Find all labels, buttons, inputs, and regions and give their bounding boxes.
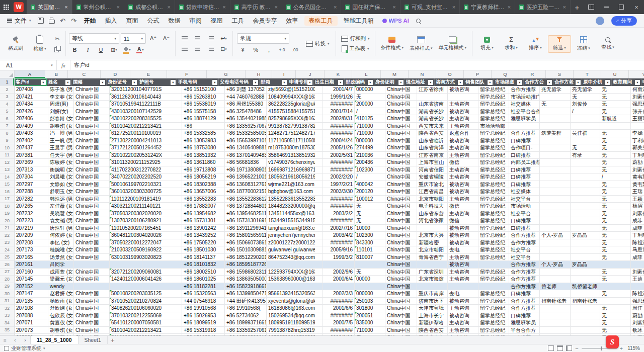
cell[interactable]: 主动咨询 (448, 319, 478, 327)
cell[interactable]: China中国 (74, 239, 110, 247)
cell[interactable] (571, 334, 600, 335)
file-tab[interactable]: 医护五险一金.xlsx× (515, 0, 571, 14)
cell[interactable]: China中国 (74, 188, 110, 196)
cell[interactable]: 胡春琪 (女 (48, 123, 74, 130)
header-cell-S[interactable]: 原中介机▾ (582, 78, 612, 86)
cell[interactable]: 207108 (15, 305, 48, 312)
cell[interactable] (540, 246, 571, 254)
cell[interactable]: +86 18099519 (182, 319, 225, 327)
column-header-C[interactable]: C (68, 70, 101, 78)
cell[interactable]: 370503200302020020 (110, 210, 142, 218)
close-tab-icon[interactable]: × (64, 4, 67, 10)
underline-button[interactable]: U (95, 45, 107, 54)
cell[interactable]: 电子科技大 (417, 203, 448, 210)
cell[interactable]: +86 15801565911 (225, 232, 267, 239)
cell[interactable]: +86 13657006 (182, 188, 225, 196)
cell[interactable]: China中国 (385, 159, 417, 166)
cell[interactable]: 刘素佳 (631, 269, 644, 276)
cell[interactable]: 雅思班学员 (509, 319, 540, 327)
cell[interactable]: 成雨萱 (女 (48, 269, 74, 276)
cell[interactable]: 口碑推荐 (509, 152, 540, 159)
close-tab-icon[interactable]: × (117, 4, 120, 10)
cell[interactable] (142, 283, 182, 291)
cell[interactable]: 成菲 (631, 225, 644, 232)
cell[interactable]: 北京市朝阳 (417, 246, 448, 254)
close-button[interactable]: × (629, 0, 644, 14)
cell[interactable]: 社交平台 (509, 210, 540, 218)
cell[interactable]: China中国 (385, 196, 417, 203)
cell[interactable]: 无 (600, 254, 631, 261)
filter-dropdown-button[interactable]: ▾ (517, 80, 522, 85)
cell[interactable]: 何依婷 (女 (48, 232, 74, 239)
cell[interactable]: China中国 (74, 166, 110, 174)
cell[interactable]: 口碑推荐 (509, 290, 540, 298)
maximize-button[interactable] (614, 0, 629, 14)
cell[interactable]: / (571, 108, 600, 116)
filter-dropdown-button[interactable]: ▾ (547, 80, 552, 85)
cell[interactable]: 返点合作 (448, 130, 478, 137)
cell[interactable] (323, 283, 355, 291)
cell[interactable]: wendy (48, 283, 74, 291)
cell[interactable]: 430321200211140121 (110, 203, 142, 210)
cell[interactable]: ######## (323, 203, 355, 210)
cell[interactable]: 社交媒体 (509, 101, 540, 108)
cell[interactable] (600, 298, 631, 305)
cell[interactable] (600, 283, 631, 291)
add-sheet-button[interactable]: + (108, 336, 118, 344)
cell[interactable]: 主动咨询 (448, 173, 478, 181)
cell[interactable]: +86 15332585 (182, 130, 225, 137)
cell[interactable]: 任天宇 (男 (48, 152, 74, 159)
cell[interactable]: ######## (323, 166, 355, 174)
cell[interactable] (478, 261, 509, 269)
cell[interactable]: 18448233200000@qq( (267, 203, 296, 210)
cell[interactable]: 主动咨询 (448, 327, 478, 334)
cell[interactable]: China中国 (385, 137, 417, 145)
header-cell-C[interactable]: 国籍▾ (72, 78, 107, 86)
cell[interactable]: 无 (600, 101, 631, 108)
cell[interactable]: 合作方推荐 (509, 86, 540, 94)
cell[interactable]: +86 13901242 (182, 225, 225, 232)
cell[interactable]: 320721200209060081 (110, 269, 142, 276)
header-cell-J[interactable]: 出生日期▾ (314, 78, 345, 86)
zoom-level[interactable]: 115% (626, 345, 640, 351)
cell[interactable]: 江苏省徐州 (417, 86, 448, 94)
file-tab[interactable]: 常州公积金 .xlsx× (72, 0, 124, 14)
cell[interactable]: 留学总经纪 (478, 173, 509, 181)
merge-center-button[interactable]: ⊟▾ (218, 45, 229, 54)
cell[interactable]: 留学总经纪 (478, 203, 509, 210)
cell[interactable]: 留学总经纪 (478, 305, 509, 312)
zoom-in-button[interactable]: + (620, 345, 623, 351)
align-middle-button[interactable] (192, 34, 203, 43)
filter-dropdown-button[interactable]: ▾ (41, 80, 46, 85)
cell[interactable]: 被动咨询 (448, 188, 478, 196)
cell[interactable]: 主动咨询 (448, 144, 478, 152)
cell[interactable] (540, 152, 571, 159)
cell[interactable]: 强思琪 (631, 101, 644, 108)
close-tab-icon[interactable]: × (334, 4, 337, 10)
cell[interactable] (571, 203, 600, 210)
cell[interactable]: 207152 (15, 283, 48, 291)
cell[interactable]: 无 (600, 108, 631, 116)
row-header-27[interactable]: 27 (0, 269, 15, 276)
cell[interactable]: 留学总经纪 (478, 276, 509, 283)
header-cell-F[interactable]: 手机号码▾ (177, 78, 219, 86)
cell[interactable]: 黄韦慧 (631, 173, 644, 181)
cell[interactable] (74, 283, 110, 291)
cell[interactable]: +86 13552283 (182, 196, 225, 203)
cell[interactable]: 社交平台 (509, 196, 540, 203)
filter-dropdown-button[interactable]: ▾ (635, 80, 640, 85)
cell[interactable]: 956613934153205635 (267, 290, 296, 298)
cell[interactable]: 370105200210270824 (110, 298, 142, 305)
new-document-tab-button[interactable]: + (571, 0, 584, 14)
cell[interactable]: 指南针张老 (540, 298, 571, 305)
header-cell-I[interactable]: 申请专用▾ (288, 78, 314, 86)
row-header-12[interactable]: 12 (0, 159, 15, 166)
cell[interactable] (417, 261, 448, 269)
cell[interactable]: China中国 (74, 327, 110, 334)
cell[interactable]: 李忆 (女) (48, 239, 74, 247)
cell[interactable]: 社交媒体 (509, 188, 540, 196)
cell[interactable]: 合作方推荐 (509, 305, 540, 312)
cell[interactable]: China中国 (74, 225, 110, 232)
cell[interactable]: +86 18999371661 (225, 319, 267, 327)
cell[interactable]: China中国 (74, 115, 110, 123)
